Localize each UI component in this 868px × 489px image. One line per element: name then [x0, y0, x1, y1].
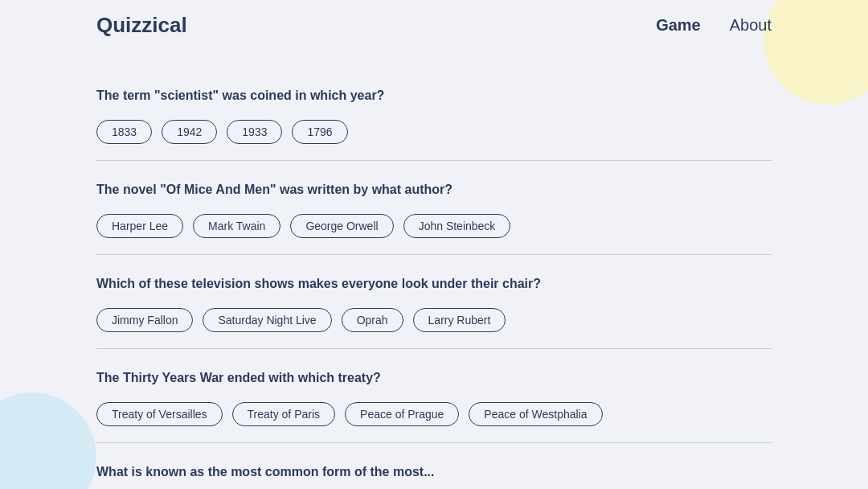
- question-block-3: Which of these television shows makes ev…: [96, 255, 772, 349]
- answer-btn-q4-a3[interactable]: Peace of Prague: [345, 402, 459, 426]
- question-text-3: Which of these television shows makes ev…: [96, 274, 772, 294]
- answer-btn-q2-a2[interactable]: Mark Twain: [193, 214, 280, 238]
- answer-btn-q3-a1[interactable]: Jimmy Fallon: [96, 308, 193, 332]
- question-block-4: The Thirty Years War ended with which tr…: [96, 349, 772, 443]
- answer-btn-q1-a4[interactable]: 1796: [292, 120, 347, 144]
- nav-game[interactable]: Game: [656, 16, 701, 35]
- answer-btn-q4-a4[interactable]: Peace of Westphalia: [469, 402, 602, 426]
- question-block-1: The term "scientist" was coined in which…: [96, 67, 772, 161]
- answer-btn-q1-a3[interactable]: 1933: [227, 120, 282, 144]
- answer-btn-q2-a1[interactable]: Harper Lee: [96, 214, 183, 238]
- answer-btn-q1-a1[interactable]: 1833: [96, 120, 152, 144]
- question-text-2: The novel "Of Mice And Men" was written …: [96, 180, 772, 199]
- question-block-5: What is known as the most common form of…: [96, 443, 772, 489]
- main-nav: Game About: [656, 16, 772, 35]
- answer-btn-q2-a4[interactable]: John Steinbeck: [403, 214, 511, 238]
- answer-btn-q1-a2[interactable]: 1942: [162, 120, 217, 144]
- header: Quizzical Game About: [0, 0, 868, 51]
- question-text-5: What is known as the most common form of…: [96, 462, 772, 482]
- answers-2: Harper LeeMark TwainGeorge OrwellJohn St…: [96, 214, 772, 238]
- questions-list: The term "scientist" was coined in which…: [0, 51, 868, 489]
- question-text-4: The Thirty Years War ended with which tr…: [96, 368, 772, 388]
- answer-btn-q2-a3[interactable]: George Orwell: [290, 214, 393, 238]
- question-text-1: The term "scientist" was coined in which…: [96, 86, 772, 105]
- answer-btn-q3-a3[interactable]: Oprah: [342, 308, 403, 332]
- answers-3: Jimmy FallonSaturday Night LiveOprahLarr…: [96, 308, 772, 332]
- question-block-2: The novel "Of Mice And Men" was written …: [96, 161, 772, 255]
- answer-btn-q4-a2[interactable]: Treaty of Paris: [232, 402, 336, 426]
- answer-btn-q3-a2[interactable]: Saturday Night Live: [203, 308, 331, 332]
- answers-1: 1833194219331796: [96, 120, 772, 144]
- app-logo: Quizzical: [96, 13, 187, 38]
- answer-btn-q3-a4[interactable]: Larry Rubert: [413, 308, 506, 332]
- answer-btn-q4-a1[interactable]: Treaty of Versailles: [96, 402, 223, 426]
- nav-about[interactable]: About: [730, 16, 772, 35]
- answers-4: Treaty of VersaillesTreaty of ParisPeace…: [96, 402, 772, 426]
